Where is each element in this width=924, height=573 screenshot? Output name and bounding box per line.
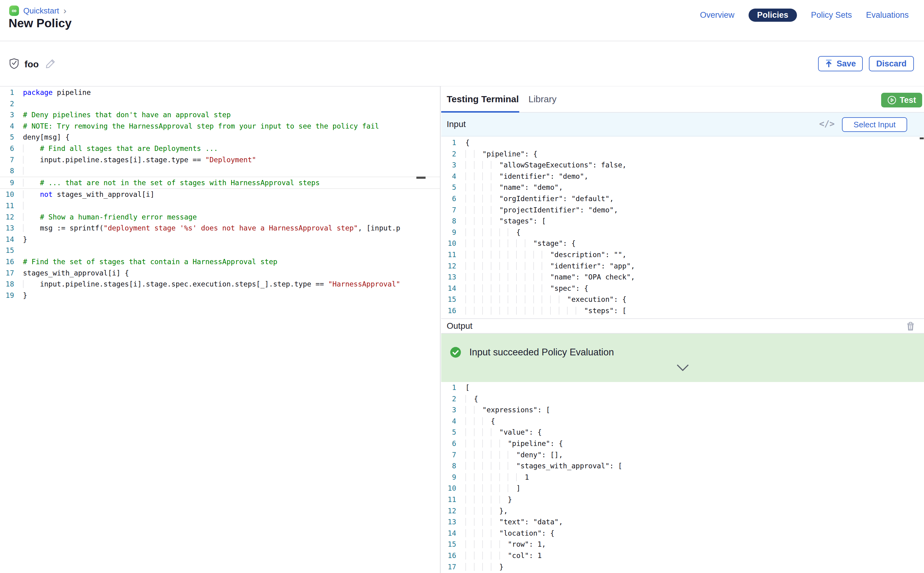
success-check-icon xyxy=(450,346,461,358)
page-title: New Policy xyxy=(9,17,72,30)
tab-policies[interactable]: Policies xyxy=(749,9,797,22)
tab-evaluations[interactable]: Evaluations xyxy=(866,10,909,20)
header-divider xyxy=(0,41,924,41)
chevron-down-icon[interactable] xyxy=(677,364,689,372)
project-icon: ∞ xyxy=(9,6,19,16)
input-json-editor[interactable]: 1{2 "pipeline": {3 "allowStageExecutions… xyxy=(441,137,924,317)
policy-code-editor[interactable]: 1package pipeline23# Deny pipelines that… xyxy=(0,87,440,573)
save-label: Save xyxy=(836,59,856,69)
policy-name-row: foo xyxy=(9,58,56,71)
input-section-header: Input </> Select Input xyxy=(441,113,924,136)
breadcrumb: ∞ Quickstart › xyxy=(9,6,66,16)
tab-policy-sets[interactable]: Policy Sets xyxy=(811,10,852,20)
upload-icon xyxy=(825,59,833,68)
test-label: Test xyxy=(899,96,916,105)
trash-icon[interactable] xyxy=(906,321,915,333)
overview-ruler-marker xyxy=(417,177,426,179)
tab-testing-terminal[interactable]: Testing Terminal xyxy=(447,86,520,112)
evaluation-result-banner: Input succeeded Policy Evaluation xyxy=(441,333,924,382)
tab-library-label: Library xyxy=(528,94,557,104)
play-icon xyxy=(887,96,896,105)
code-brackets-icon[interactable]: </> xyxy=(819,119,835,129)
select-input-label: Select Input xyxy=(854,120,896,130)
governance-tabs: Overview Policies Policy Sets Evaluation… xyxy=(700,9,909,22)
discard-label: Discard xyxy=(876,59,907,69)
panel-divider xyxy=(440,86,440,573)
banner-row: Input succeeded Policy Evaluation xyxy=(450,346,614,358)
testing-panel-tabs: Testing Terminal Library Test xyxy=(441,86,924,113)
shield-check-icon xyxy=(9,58,19,71)
policy-name: foo xyxy=(25,59,39,69)
input-label: Input xyxy=(447,113,466,136)
discard-button[interactable]: Discard xyxy=(869,56,914,71)
output-json-editor: 1[2 {3 "expressions": [4 {5 "value": {6 … xyxy=(441,382,924,573)
output-label: Output xyxy=(447,319,472,333)
tab-testing-terminal-label: Testing Terminal xyxy=(447,94,519,104)
edit-pencil-icon[interactable] xyxy=(44,58,56,71)
test-button[interactable]: Test xyxy=(881,93,922,108)
output-section-header: Output xyxy=(441,318,924,333)
banner-text: Input succeeded Policy Evaluation xyxy=(469,347,614,358)
breadcrumb-project-link[interactable]: Quickstart xyxy=(23,6,59,16)
tab-overview[interactable]: Overview xyxy=(700,10,735,20)
input-overview-ruler-marker xyxy=(920,138,924,139)
select-input-button[interactable]: Select Input xyxy=(842,117,907,132)
save-button[interactable]: Save xyxy=(818,56,863,71)
breadcrumb-chevron-icon: › xyxy=(63,7,66,15)
tab-library[interactable]: Library xyxy=(528,86,557,112)
